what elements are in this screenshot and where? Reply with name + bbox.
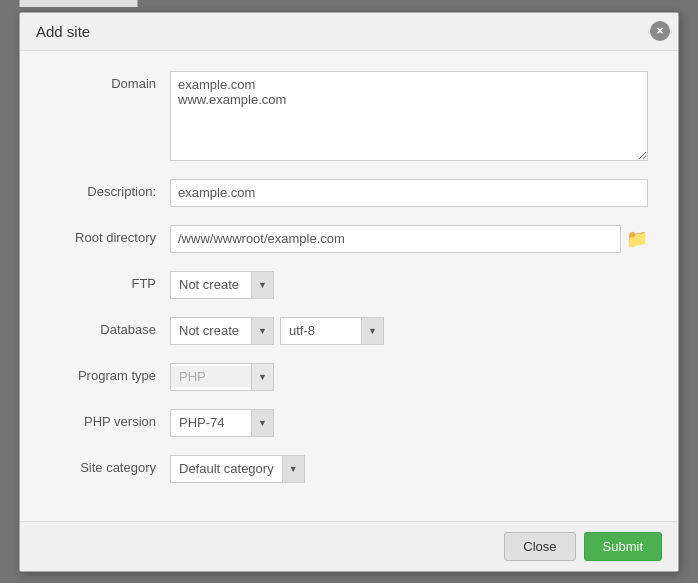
ftp-control: Not create (170, 271, 648, 299)
database-encoding-value: utf-8 (281, 320, 361, 341)
domain-row: Domain example.com www.example.com (50, 71, 648, 161)
description-label: Description: (50, 179, 170, 199)
php-version-row: PHP version PHP-74 (50, 409, 648, 437)
root-directory-control: 📁 (170, 225, 648, 253)
modal-title: Add site (36, 23, 90, 40)
root-directory-label: Root directory (50, 225, 170, 245)
domain-textarea[interactable]: example.com www.example.com (170, 71, 648, 161)
ftp-select[interactable]: Not create (170, 271, 274, 299)
site-category-dropdown-btn[interactable] (282, 456, 304, 482)
database-encoding-dropdown-btn[interactable] (361, 318, 383, 344)
php-version-control: PHP-74 (170, 409, 648, 437)
submit-button[interactable]: Submit (584, 532, 662, 561)
description-control (170, 179, 648, 207)
program-type-control: PHP (170, 363, 648, 391)
php-cli-tab[interactable]: PHP-CLI version (19, 0, 138, 7)
database-select[interactable]: Not create (170, 317, 274, 345)
modal-overlay: PHP-CLI version Add site × Domain exampl… (0, 0, 698, 583)
close-x-button[interactable]: × (650, 21, 670, 41)
modal-footer: Close Submit (20, 521, 678, 571)
database-row: Database Not create utf-8 (50, 317, 648, 345)
site-category-row: Site category Default category (50, 455, 648, 483)
database-dropdown-btn[interactable] (251, 318, 273, 344)
database-control: Not create utf-8 (170, 317, 648, 345)
program-type-value: PHP (171, 366, 251, 387)
site-category-control: Default category (170, 455, 648, 483)
php-version-select[interactable]: PHP-74 (170, 409, 274, 437)
modal-header: Add site × (20, 13, 678, 51)
domain-control: example.com www.example.com (170, 71, 648, 161)
modal-body: Domain example.com www.example.com Descr… (20, 51, 678, 521)
close-button[interactable]: Close (504, 532, 575, 561)
program-type-row: Program type PHP (50, 363, 648, 391)
site-category-label: Site category (50, 455, 170, 475)
description-input[interactable] (170, 179, 648, 207)
site-category-select[interactable]: Default category (170, 455, 305, 483)
root-directory-row: Root directory 📁 (50, 225, 648, 253)
ftp-row: FTP Not create (50, 271, 648, 299)
root-directory-input[interactable] (170, 225, 621, 253)
program-type-select[interactable]: PHP (170, 363, 274, 391)
database-select-value: Not create (171, 320, 251, 341)
add-site-modal: Add site × Domain example.com www.exampl… (19, 12, 679, 572)
description-row: Description: (50, 179, 648, 207)
database-label: Database (50, 317, 170, 337)
ftp-dropdown-btn[interactable] (251, 272, 273, 298)
php-version-value: PHP-74 (171, 412, 251, 433)
database-encoding-select[interactable]: utf-8 (280, 317, 384, 345)
ftp-label: FTP (50, 271, 170, 291)
program-type-dropdown-btn[interactable] (251, 364, 273, 390)
site-category-value: Default category (171, 458, 282, 479)
program-type-label: Program type (50, 363, 170, 383)
domain-label: Domain (50, 71, 170, 91)
php-version-dropdown-btn[interactable] (251, 410, 273, 436)
ftp-select-value: Not create (171, 274, 251, 295)
php-version-label: PHP version (50, 409, 170, 429)
folder-icon[interactable]: 📁 (626, 228, 648, 250)
